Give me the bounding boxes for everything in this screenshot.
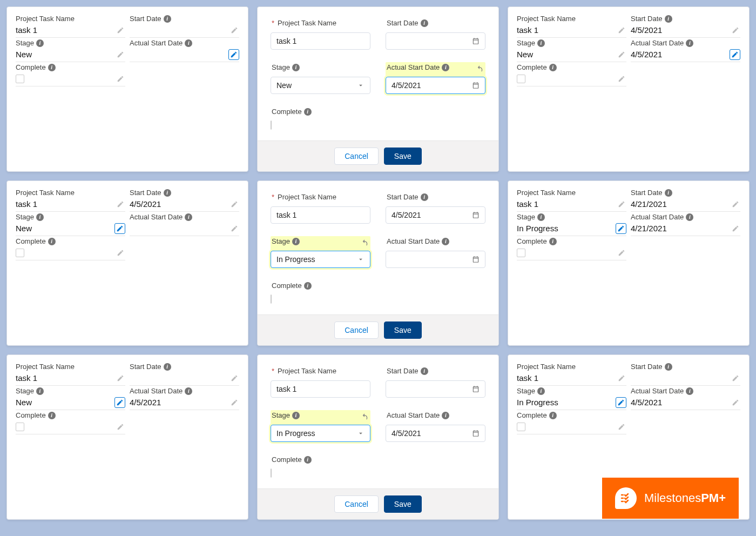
info-icon[interactable] bbox=[686, 39, 693, 47]
edit-task-name[interactable] bbox=[617, 373, 626, 383]
edit-stage[interactable] bbox=[114, 397, 125, 408]
edit-start-date[interactable] bbox=[731, 199, 740, 209]
task-name-input[interactable]: task 1 bbox=[271, 206, 370, 224]
edit-task-name[interactable] bbox=[116, 25, 125, 35]
undo-icon[interactable] bbox=[360, 412, 369, 422]
edit-stage[interactable] bbox=[116, 50, 125, 59]
undo-icon[interactable] bbox=[475, 64, 484, 74]
edit-complete[interactable] bbox=[116, 422, 125, 432]
label-task-name: Project Task Name bbox=[16, 363, 75, 371]
edit-stage[interactable] bbox=[617, 50, 626, 59]
info-icon[interactable] bbox=[537, 39, 545, 47]
edit-actual-start-date[interactable] bbox=[730, 49, 740, 60]
info-icon[interactable] bbox=[665, 15, 672, 23]
edit-actual-start-date[interactable] bbox=[731, 224, 740, 233]
label-task-name: Project Task Name bbox=[16, 15, 75, 23]
complete-checkbox[interactable] bbox=[517, 249, 525, 257]
required-asterisk: * bbox=[272, 367, 274, 375]
cancel-button[interactable]: Cancel bbox=[334, 321, 379, 339]
info-icon[interactable] bbox=[665, 189, 672, 197]
save-button[interactable]: Save bbox=[384, 148, 422, 165]
info-icon[interactable] bbox=[686, 387, 693, 395]
complete-checkbox[interactable] bbox=[271, 120, 272, 130]
info-icon[interactable] bbox=[48, 64, 56, 71]
info-icon[interactable] bbox=[48, 238, 56, 245]
save-button[interactable]: Save bbox=[384, 321, 422, 339]
info-icon[interactable] bbox=[164, 189, 171, 197]
info-icon[interactable] bbox=[537, 213, 545, 221]
info-icon[interactable] bbox=[686, 213, 693, 221]
info-icon[interactable] bbox=[304, 108, 312, 116]
info-icon[interactable] bbox=[292, 64, 300, 71]
info-icon[interactable] bbox=[304, 282, 312, 290]
info-icon[interactable] bbox=[185, 387, 192, 395]
task-name-input[interactable]: task 1 bbox=[271, 380, 370, 398]
edit-complete[interactable] bbox=[116, 74, 125, 84]
complete-checkbox[interactable] bbox=[271, 294, 272, 304]
edit-actual-start-date[interactable] bbox=[731, 398, 740, 407]
start-date-input[interactable]: 4/5/2021 bbox=[386, 206, 485, 224]
actual-start-date-input[interactable]: 4/5/2021 bbox=[386, 77, 485, 94]
edit-stage[interactable] bbox=[114, 223, 125, 234]
cancel-button[interactable]: Cancel bbox=[334, 495, 379, 513]
edit-task-name[interactable] bbox=[617, 25, 626, 35]
edit-task-name[interactable] bbox=[116, 199, 125, 209]
info-icon[interactable] bbox=[421, 367, 428, 375]
task-name-input[interactable]: task 1 bbox=[271, 32, 370, 50]
info-icon[interactable] bbox=[549, 412, 557, 419]
info-icon[interactable] bbox=[549, 64, 557, 71]
info-icon[interactable] bbox=[292, 238, 300, 245]
edit-start-date[interactable] bbox=[731, 373, 740, 383]
complete-checkbox[interactable] bbox=[271, 468, 272, 478]
actual-start-date-input[interactable]: 4/5/2021 bbox=[386, 425, 485, 442]
start-date-input[interactable] bbox=[386, 32, 485, 50]
edit-start-date[interactable] bbox=[731, 25, 740, 35]
info-icon[interactable] bbox=[549, 238, 557, 245]
start-date-input[interactable] bbox=[386, 380, 485, 398]
info-icon[interactable] bbox=[185, 213, 192, 221]
complete-checkbox[interactable] bbox=[16, 249, 24, 257]
info-icon[interactable] bbox=[36, 213, 44, 221]
edit-stage[interactable] bbox=[616, 223, 626, 234]
edit-task-name[interactable] bbox=[116, 373, 125, 383]
edit-complete[interactable] bbox=[617, 248, 626, 258]
complete-checkbox[interactable] bbox=[16, 75, 24, 83]
info-icon[interactable] bbox=[292, 412, 300, 419]
edit-actual-start-date[interactable] bbox=[228, 49, 239, 60]
edit-task-name[interactable] bbox=[617, 199, 626, 209]
info-icon[interactable] bbox=[36, 39, 44, 47]
stage-select[interactable]: In Progress bbox=[271, 425, 370, 442]
info-icon[interactable] bbox=[421, 193, 428, 201]
edit-complete[interactable] bbox=[617, 74, 626, 84]
stage-select[interactable]: New bbox=[271, 77, 370, 94]
undo-icon[interactable] bbox=[360, 238, 369, 248]
complete-checkbox[interactable] bbox=[16, 423, 24, 431]
info-icon[interactable] bbox=[48, 412, 56, 419]
info-icon[interactable] bbox=[164, 363, 171, 371]
info-icon[interactable] bbox=[36, 387, 44, 395]
edit-start-date[interactable] bbox=[230, 373, 239, 383]
info-icon[interactable] bbox=[537, 387, 545, 395]
info-icon[interactable] bbox=[421, 19, 428, 27]
save-button[interactable]: Save bbox=[384, 495, 422, 513]
cancel-button[interactable]: Cancel bbox=[334, 148, 379, 165]
edit-stage[interactable] bbox=[616, 397, 626, 408]
edit-complete[interactable] bbox=[617, 422, 626, 432]
stage-select[interactable]: In Progress bbox=[271, 251, 370, 268]
complete-checkbox[interactable] bbox=[517, 75, 525, 83]
info-icon[interactable] bbox=[665, 363, 672, 371]
edit-start-date[interactable] bbox=[230, 199, 239, 209]
info-icon[interactable] bbox=[164, 15, 171, 23]
edit-actual-start-date[interactable] bbox=[230, 398, 239, 407]
edit-complete[interactable] bbox=[116, 248, 125, 258]
info-icon[interactable] bbox=[442, 64, 449, 71]
actual-start-date-input[interactable] bbox=[386, 251, 485, 268]
info-icon[interactable] bbox=[442, 238, 449, 245]
info-icon[interactable] bbox=[304, 456, 312, 464]
complete-checkbox[interactable] bbox=[517, 423, 525, 431]
edit-actual-start-date[interactable] bbox=[230, 224, 239, 233]
edit-start-date[interactable] bbox=[230, 25, 239, 35]
info-icon[interactable] bbox=[442, 412, 449, 419]
info-icon[interactable] bbox=[185, 39, 192, 47]
label-complete: Complete bbox=[16, 237, 46, 245]
